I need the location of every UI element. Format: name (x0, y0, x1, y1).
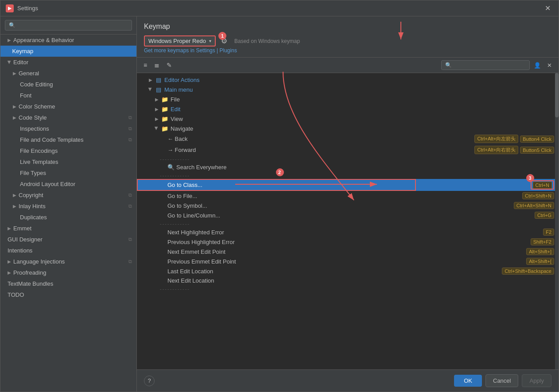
sidebar-item-label: Color Scheme (19, 103, 55, 110)
badge-1: 1 (218, 32, 226, 40)
folder-icon: ▤ (155, 76, 162, 83)
sidebar-item-font[interactable]: Font (0, 90, 136, 101)
tree-item-go-to-class[interactable]: ▶ Go to Class... 3 Ctrl+N (137, 179, 559, 191)
app-icon: ▶ (6, 4, 14, 12)
sidebar-item-label: TextMate Bundles (8, 280, 53, 287)
sidebar-item-gui-designer[interactable]: GUI Designer ⧉ (0, 234, 136, 245)
apply-button[interactable]: Apply (522, 374, 551, 387)
tree-item-prev-emmet[interactable]: ▶ Previous Emmet Edit Point Alt+Shift+[ (137, 256, 559, 266)
tree-item-next-error[interactable]: ▶ Next Highlighted Error F2 (137, 227, 559, 237)
arrow-icon: ▶ (8, 226, 11, 231)
tree-item-edit[interactable]: ▶ 📁 Edit (137, 104, 559, 114)
sidebar-item-label: GUI Designer (8, 236, 43, 243)
scrollbar-thumb[interactable] (555, 73, 559, 117)
ok-button[interactable]: OK (454, 375, 482, 387)
tree-separator: ------------ 2 (137, 172, 559, 179)
person-icon-button[interactable]: 👤 (532, 61, 543, 70)
tree-item-go-to-file[interactable]: ▶ Go to File... Ctrl+Shift+N (137, 191, 559, 201)
sidebar-item-code-editing[interactable]: Code Editing (0, 79, 136, 90)
sidebar-search-input[interactable] (5, 20, 132, 31)
sidebar-item-label: Inlay Hints (19, 203, 46, 210)
shortcut-area: Ctrl+Alt+Shift+N (514, 202, 554, 209)
arrow-icon: ▶ (13, 104, 16, 109)
tree-item-label: Go to File... (167, 193, 522, 199)
sidebar-item-live-templates[interactable]: Live Templates (0, 156, 136, 167)
shortcut-badge: Ctrl+Shift+Backspace (502, 268, 554, 275)
sidebar-item-keymap[interactable]: Keymap (0, 46, 136, 57)
sidebar-item-intentions[interactable]: Intentions (0, 245, 136, 256)
copy-icon: ⧉ (128, 203, 132, 209)
close-search-button[interactable]: ✕ (545, 61, 554, 70)
sidebar-item-duplicates[interactable]: Duplicates (0, 212, 136, 223)
arrow-icon: ▶ (13, 193, 16, 198)
tree-arrow-icon: ▶ (154, 106, 160, 112)
sidebar-item-label: Code Editing (20, 81, 53, 88)
sidebar-item-copyright[interactable]: ▶ Copyright ⧉ (0, 190, 136, 201)
cancel-button[interactable]: Cancel (485, 374, 518, 387)
sidebar-item-general[interactable]: ▶ General (0, 68, 136, 79)
tree-item-search-everywhere[interactable]: ▶ 🔍 Search Everywhere (137, 163, 559, 172)
tree-item-go-to-line[interactable]: ▶ Go to Line/Column... Ctrl+G (137, 210, 559, 220)
tree-item-back[interactable]: ▶ ← Back Ctrl+Alt+向左箭头 Button4 Click (137, 133, 559, 144)
sidebar-item-label: Inspections (20, 125, 49, 132)
keymap-search-input[interactable] (441, 60, 530, 70)
help-button[interactable]: ? (144, 376, 155, 386)
tree-arrow-icon: ▶ (154, 116, 160, 122)
folder-icon: 📁 (161, 105, 168, 113)
tree-item-go-to-symbol[interactable]: ▶ Go to Symbol... Ctrl+Alt+Shift+N (137, 201, 559, 210)
tree-item-label: ← Back (167, 136, 474, 142)
tree-item-forward[interactable]: ▶ → Forward Ctrl+Alt+向右箭头 Button5 Click (137, 144, 559, 155)
tree-item-label: Editor Actions (164, 77, 554, 83)
shortcut-badge: Ctrl+N (533, 182, 552, 189)
sidebar-item-label: General (19, 70, 39, 77)
edit-button[interactable]: ✎ (164, 60, 174, 70)
shortcut-badge: Ctrl+Alt+Shift+N (514, 202, 554, 209)
sidebar-item-file-code-templates[interactable]: File and Code Templates ⧉ (0, 134, 136, 145)
shortcut-badge: F2 (543, 229, 554, 236)
content-area: ▶ Appearance & Behavior Keymap ▶ Editor … (0, 16, 559, 392)
tree-item-label: Next Edit Location (167, 277, 554, 284)
keymap-dropdown[interactable]: Windows Proper Redo (148, 38, 206, 44)
sidebar-item-label: Language Injections (13, 258, 65, 265)
shortcut-area: Ctrl+Shift+N (522, 192, 554, 199)
sidebar-item-inlay-hints[interactable]: ▶ Inlay Hints ⧉ (0, 201, 136, 212)
sidebar-item-label: Android Layout Editor (20, 181, 75, 187)
keymap-plugins-link[interactable]: Get more keymaps in Settings | Plugins (144, 47, 237, 54)
tree-item-prev-error[interactable]: ▶ Previous Highlighted Error Shift+F2 (137, 237, 559, 247)
sidebar-item-editor[interactable]: ▶ Editor (0, 57, 136, 68)
sidebar-item-todo[interactable]: TODO (0, 289, 136, 300)
sidebar-item-android-layout[interactable]: Android Layout Editor (0, 179, 136, 190)
keymap-toolbar: ≡ ≣ ✎ 👤 ✕ (137, 58, 559, 73)
sidebar-item-proofreading[interactable]: ▶ Proofreading (0, 267, 136, 278)
sidebar-item-label: Font (20, 92, 31, 99)
tree-item-view[interactable]: ▶ 📁 View (137, 114, 559, 124)
bottom-bar: ? OK Cancel Apply (137, 369, 559, 392)
keymap-tree: ▶ ▤ Editor Actions ▶ ▤ Main menu ▶ (137, 73, 559, 369)
tree-item-last-edit[interactable]: ▶ Last Edit Location Ctrl+Shift+Backspac… (137, 266, 559, 276)
sidebar-item-textmate-bundles[interactable]: TextMate Bundles (0, 278, 136, 289)
window-title: Settings (17, 5, 542, 12)
tree-item-main-menu[interactable]: ▶ ▤ Main menu (137, 85, 559, 94)
arrow-icon: ▶ (13, 115, 16, 120)
sidebar-item-file-types[interactable]: File Types (0, 167, 136, 179)
close-button[interactable]: ✕ (542, 3, 553, 13)
collapse-all-button[interactable]: ≡ (141, 60, 149, 70)
tree-item-editor-actions[interactable]: ▶ ▤ Editor Actions (137, 75, 559, 85)
expand-all-button[interactable]: ≣ (152, 60, 162, 70)
sidebar-item-code-style[interactable]: ▶ Code Style ⧉ (0, 112, 136, 123)
tree-item-label: Go to Class... (167, 182, 531, 188)
tree-item-label: Previous Highlighted Error (167, 239, 531, 245)
tree-item-file[interactable]: ▶ 📁 File (137, 94, 559, 104)
shortcut-area: Alt+Shift+[ (526, 258, 554, 265)
sidebar-item-color-scheme[interactable]: ▶ Color Scheme (0, 101, 136, 112)
sidebar-item-appearance[interactable]: ▶ Appearance & Behavior (0, 35, 136, 46)
sidebar-item-emmet[interactable]: ▶ Emmet (0, 223, 136, 234)
sidebar-item-inspections[interactable]: Inspections ⧉ (0, 123, 136, 134)
sidebar-item-language-injections[interactable]: ▶ Language Injections ⧉ (0, 256, 136, 267)
tree-item-label: File (171, 96, 554, 103)
sidebar-item-file-encodings[interactable]: File Encodings (0, 145, 136, 156)
shortcut-badge: Button5 Click (520, 147, 554, 154)
tree-item-next-emmet[interactable]: ▶ Next Emmet Edit Point Alt+Shift+] (137, 247, 559, 256)
tree-item-next-edit[interactable]: ▶ Next Edit Location (137, 276, 559, 285)
tree-item-navigate[interactable]: ▶ 📁 Navigate (137, 124, 559, 133)
